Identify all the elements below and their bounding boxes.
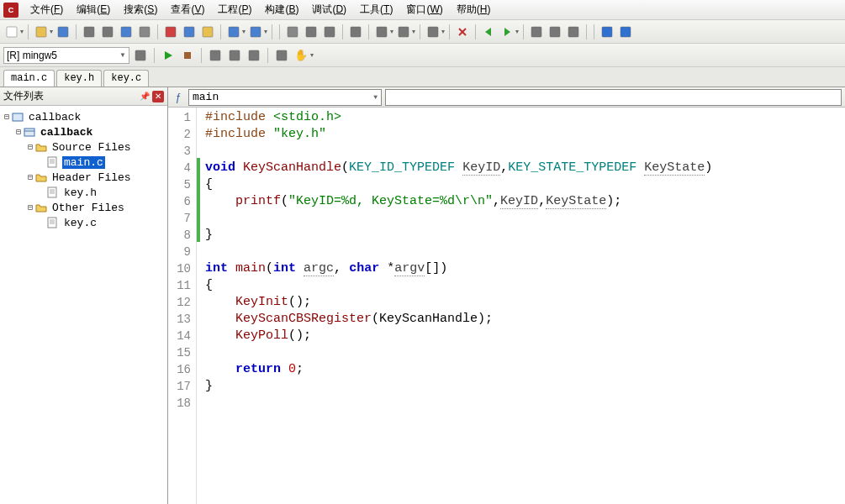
code-line[interactable]: #include "key.h"	[205, 126, 840, 143]
function-dropdown[interactable]: main ▼	[188, 89, 382, 106]
stop-button[interactable]	[179, 47, 196, 64]
menu-w[interactable]: 窗口(W)	[399, 0, 449, 19]
code-line[interactable]: return 0;	[205, 361, 840, 378]
print-button[interactable]	[136, 24, 153, 40]
code-line[interactable]: #include <stdio.h>	[205, 109, 840, 126]
dropdown-arrow-icon[interactable]: ▾	[412, 28, 415, 35]
tree-label[interactable]: key.c	[62, 217, 98, 229]
file-tab[interactable]: key.h	[56, 70, 102, 87]
code-line[interactable]	[205, 344, 840, 361]
dropdown-arrow-icon[interactable]: ▾	[515, 28, 519, 35]
menu-b[interactable]: 构建(B)	[258, 0, 305, 19]
code-area[interactable]: 123456789101112131415161718 #include <st…	[168, 108, 845, 504]
open-button[interactable]	[33, 24, 50, 40]
refresh-button[interactable]	[132, 47, 149, 64]
find-next-button[interactable]	[321, 24, 338, 40]
step-into-button[interactable]	[226, 47, 243, 64]
new-button[interactable]	[3, 24, 20, 40]
code-content[interactable]: #include <stdio.h>#include "key.h"void K…	[200, 108, 845, 504]
file-tab[interactable]: main.c	[3, 70, 55, 87]
cancel-button[interactable]	[454, 24, 471, 40]
code-line[interactable]: KeyInit();	[205, 294, 840, 311]
undo-button[interactable]	[225, 24, 242, 40]
step-over-button[interactable]	[207, 47, 224, 64]
dropdown-arrow-icon[interactable]: ▾	[441, 28, 445, 35]
dropdown-arrow-icon[interactable]: ▾	[310, 51, 314, 59]
tree-label[interactable]: callback	[27, 111, 82, 123]
tree-node[interactable]: key.h	[2, 185, 166, 200]
info-button[interactable]	[617, 24, 634, 40]
code-line[interactable]: KeyScanCBSRegister(KeyScanHandle);	[205, 311, 840, 328]
tree-node[interactable]: main.c	[2, 155, 166, 170]
menu-d[interactable]: 调试(D)	[305, 0, 353, 19]
save-all-button[interactable]	[81, 24, 98, 40]
code-line[interactable]: }	[205, 378, 840, 395]
replace-button[interactable]	[373, 24, 390, 40]
redo-button[interactable]	[247, 24, 264, 40]
code-line[interactable]: {	[205, 277, 840, 294]
step-in-button[interactable]	[425, 24, 441, 40]
find-button[interactable]	[284, 24, 301, 40]
target-combo[interactable]: [R] mingw5 ▼	[3, 47, 129, 64]
dropdown-arrow-icon[interactable]: ▾	[390, 28, 393, 35]
tree-toggle-icon[interactable]: ⊟	[13, 127, 24, 137]
menu-h[interactable]: 帮助(H)	[450, 0, 498, 19]
tree-node[interactable]: ⊟callback	[2, 109, 166, 124]
code-line[interactable]: {	[205, 176, 840, 193]
menu-f[interactable]: 文件(F)	[24, 0, 70, 19]
paste-button[interactable]	[199, 24, 216, 40]
back-button[interactable]	[480, 24, 497, 40]
code-line[interactable]: }	[205, 227, 840, 244]
hand-button[interactable]: ✋	[293, 47, 309, 64]
next-bm-button[interactable]	[547, 24, 563, 40]
tree-node[interactable]: ⊟Header Files	[2, 170, 166, 185]
tree-label[interactable]: Header Files	[50, 171, 133, 184]
tree-node[interactable]: ⊟Other Files	[2, 200, 166, 215]
save-button[interactable]	[55, 24, 71, 40]
file-tab[interactable]: key.c	[103, 70, 149, 87]
menu-e[interactable]: 编辑(E)	[70, 0, 117, 19]
tree-toggle-icon[interactable]: ⊟	[25, 142, 35, 152]
tree-label[interactable]: main.c	[62, 156, 105, 169]
save-button[interactable]	[118, 24, 135, 40]
code-line[interactable]	[205, 244, 840, 260]
menu-t[interactable]: 工具(T)	[353, 0, 399, 19]
save-as-button[interactable]	[99, 24, 116, 40]
tree-node[interactable]: ⊟callback	[2, 124, 166, 139]
bookmark-button[interactable]	[528, 24, 545, 40]
tree-toggle-icon[interactable]: ⊟	[2, 112, 12, 122]
tree-node[interactable]: ⊟Source Files	[2, 139, 166, 155]
copy-button[interactable]	[181, 24, 198, 40]
menu-v[interactable]: 查看(V)	[164, 0, 211, 19]
editor-search-input[interactable]	[385, 89, 842, 106]
find-prev-button[interactable]	[303, 24, 320, 40]
menu-s[interactable]: 搜索(S)	[117, 0, 164, 19]
code-line[interactable]	[205, 143, 840, 160]
dropdown-arrow-icon[interactable]: ▾	[242, 28, 246, 35]
clear-bm-button[interactable]	[565, 24, 582, 40]
dropdown-arrow-icon[interactable]: ▾	[50, 28, 53, 35]
toggle-bp-button[interactable]	[273, 47, 290, 64]
code-line[interactable]	[205, 210, 840, 227]
tree-label[interactable]: key.h	[62, 186, 98, 199]
code-line[interactable]	[205, 395, 840, 412]
dropdown-arrow-icon[interactable]: ▾	[20, 28, 24, 35]
fwd-button[interactable]	[499, 24, 515, 40]
find-in-files-button[interactable]	[347, 24, 364, 40]
code-line[interactable]: int main(int argc, char *argv[])	[205, 260, 840, 277]
run-button[interactable]	[160, 47, 177, 64]
pin-icon[interactable]: 📌	[139, 91, 151, 102]
help-button[interactable]	[599, 24, 615, 40]
tree-node[interactable]: key.c	[2, 215, 166, 230]
menu-p[interactable]: 工程(P)	[211, 0, 258, 19]
tree-toggle-icon[interactable]: ⊟	[25, 172, 35, 182]
close-icon[interactable]: ✕	[152, 91, 164, 102]
code-line[interactable]: void KeyScanHandle(KEY_ID_TYPEDEF KeyID,…	[205, 160, 840, 176]
code-line[interactable]: KeyPoll();	[205, 328, 840, 344]
tree-label[interactable]: Source Files	[50, 141, 133, 154]
tree-label[interactable]: callback	[39, 126, 94, 139]
tree-toggle-icon[interactable]: ⊟	[25, 202, 35, 213]
file-tree[interactable]: ⊟callback⊟callback⊟Source Filesmain.c⊟He…	[0, 106, 167, 504]
tree-label[interactable]: Other Files	[50, 202, 126, 214]
step-out-button[interactable]	[395, 24, 412, 40]
